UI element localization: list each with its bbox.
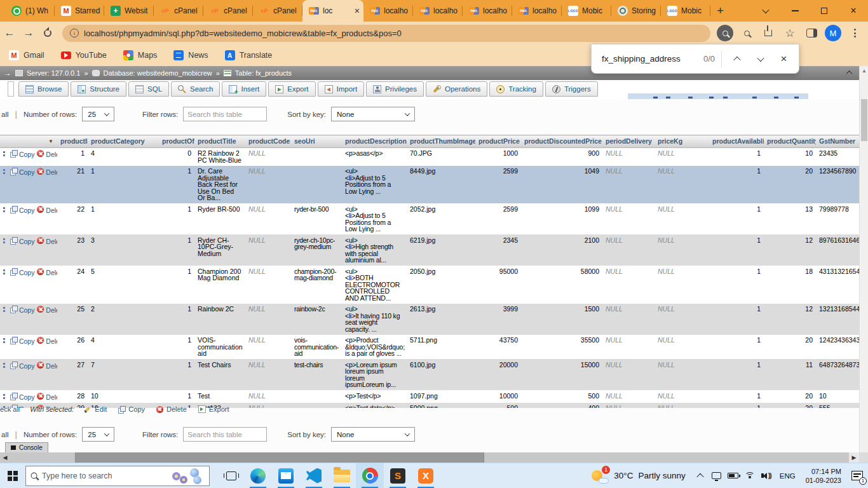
check-all-link[interactable]: heck all — [0, 405, 20, 413]
pma-tab-tracking[interactable]: Tracking — [489, 81, 543, 97]
pma-tab-browse[interactable]: Browse — [18, 81, 69, 97]
new-tab-button[interactable]: + — [717, 4, 724, 18]
browser-tab[interactable]: localho — [413, 0, 463, 22]
column-header-productOffer[interactable]: productOffer — [159, 135, 194, 148]
weather-widget[interactable]: 1 30°C Partly sunny — [585, 468, 691, 484]
show-all-label[interactable]: all — [1, 431, 9, 438]
delete-row-link[interactable]: Delete — [37, 237, 57, 245]
taskbar-search[interactable]: Type here to search — [25, 466, 210, 486]
column-header-productTitle[interactable]: productTitle — [194, 135, 245, 148]
breadcrumb-table[interactable]: Table: fx_products — [235, 69, 292, 77]
edit-link-fragment[interactable] — [3, 306, 8, 313]
edit-link-fragment[interactable] — [3, 362, 8, 369]
browser-menu-button[interactable] — [845, 24, 864, 43]
tray-volume-button[interactable]: )) — [758, 463, 775, 488]
side-panel-button[interactable] — [802, 24, 821, 43]
column-header-GstNumber[interactable]: GstNumber — [816, 135, 859, 148]
taskbar-app-explorer[interactable] — [328, 463, 356, 488]
profile-button[interactable]: M — [824, 24, 843, 43]
copy-row-link[interactable]: Copy — [10, 393, 34, 401]
close-button[interactable]: × — [839, 0, 868, 22]
bookmark-item[interactable]: News — [173, 50, 208, 60]
delete-row-link[interactable]: Delete — [37, 362, 57, 370]
vertical-scroll-thumb[interactable] — [861, 99, 867, 141]
browser-tab[interactable]: localho — [363, 0, 413, 22]
filter-input[interactable] — [183, 107, 267, 121]
export-selected-link[interactable]: Export — [198, 405, 229, 413]
zoom-button[interactable] — [737, 24, 756, 43]
column-header-productID[interactable]: productID — [57, 135, 88, 148]
breadcrumb-database[interactable]: Database: websitedemo_mobicrew — [104, 69, 212, 77]
sort-select[interactable]: None — [331, 107, 415, 121]
browser-tab[interactable]: Mobic — [661, 0, 710, 22]
browser-tab[interactable]: localho — [512, 0, 562, 22]
rows-select[interactable]: 25 — [82, 427, 114, 442]
copy-row-link[interactable]: Copy — [10, 337, 34, 345]
bookmark-item[interactable]: Gmail — [9, 50, 44, 60]
bookmark-star-button[interactable]: ☆ — [780, 24, 799, 43]
taskbar-app-chrome[interactable] — [356, 463, 384, 488]
browser-tab[interactable]: loc× — [302, 0, 363, 22]
delete-row-link[interactable]: Delete — [37, 268, 57, 276]
scrollbar-right-arrow[interactable]: ▶ — [849, 452, 859, 463]
browser-tab[interactable]: Storing — [611, 0, 661, 22]
copy-selected-link[interactable]: Copy — [118, 405, 145, 413]
pma-tab-search[interactable]: Search — [171, 81, 220, 97]
column-header-productQuantity[interactable]: productQuantity — [764, 135, 816, 148]
browser-tab[interactable]: cPanel — [203, 0, 253, 22]
copy-row-link[interactable]: Copy — [10, 362, 34, 370]
pma-tab-insert[interactable]: Insert — [222, 81, 266, 97]
column-header-priceKg[interactable]: priceKg — [654, 135, 709, 148]
column-header-productPrice[interactable]: productPrice — [475, 135, 521, 148]
edit-link-fragment[interactable] — [3, 238, 8, 244]
bookmark-item[interactable]: YouTube — [61, 51, 107, 60]
edit-link-fragment[interactable] — [3, 168, 8, 175]
minimize-button[interactable] — [780, 0, 810, 22]
delete-row-link[interactable]: Delete — [37, 393, 57, 401]
bookmark-item[interactable]: Translate — [225, 50, 273, 60]
copy-row-link[interactable]: Copy — [10, 206, 34, 214]
pma-tab-triggers[interactable]: Triggers — [545, 81, 598, 97]
edit-link-fragment[interactable] — [3, 393, 8, 400]
taskbar-clock[interactable]: 07:14 PM 01-09-2023 — [801, 467, 846, 485]
delete-row-link[interactable]: Delete — [37, 206, 57, 214]
find-previous-button[interactable] — [728, 50, 745, 68]
browser-tab[interactable]: cPanel — [253, 0, 302, 22]
pma-tab-sql[interactable]: SQL — [128, 81, 169, 97]
column-header-productDescription[interactable]: productDescription — [342, 135, 407, 148]
sort-caret-icon[interactable]: ▼ — [48, 139, 53, 146]
pma-tab-import[interactable]: Import — [318, 81, 365, 97]
taskbar-app-mail[interactable] — [272, 463, 300, 488]
taskbar-app-sublime[interactable]: S — [384, 463, 412, 488]
rows-select[interactable]: 25 — [82, 107, 114, 121]
copy-row-link[interactable]: Copy — [10, 150, 34, 158]
taskbar-app-xampp[interactable]: X — [412, 463, 440, 488]
column-header-productDiscountedPrice[interactable]: productDiscountedPrice — [521, 135, 602, 148]
breadcrumb-server[interactable]: Server: 127.0.0.1 — [27, 69, 80, 77]
tab-close-icon[interactable]: × — [355, 6, 360, 16]
tray-wifi-button[interactable] — [742, 463, 758, 488]
tray-battery-button[interactable] — [725, 463, 742, 488]
maximize-button[interactable] — [810, 0, 839, 22]
copy-row-link[interactable]: Copy — [10, 306, 34, 314]
edit-link-fragment[interactable] — [3, 269, 8, 275]
vertical-scrollbar[interactable]: ▲ — [859, 66, 868, 452]
sort-select[interactable]: None — [331, 427, 415, 442]
edit-link-fragment[interactable] — [3, 151, 8, 157]
scrollbar-up-arrow[interactable]: ▲ — [860, 68, 868, 74]
pma-tab-privileges[interactable]: Privileges — [366, 81, 424, 97]
browser-tab[interactable]: Mobic — [562, 0, 611, 22]
column-header-productAvailablity[interactable]: productAvailablity — [709, 135, 764, 148]
console-button[interactable]: Console — [5, 442, 48, 452]
tab-search-chevron[interactable] — [751, 0, 780, 22]
delete-row-link[interactable]: Delete — [37, 337, 57, 345]
action-center-button[interactable]: 1 — [846, 463, 868, 488]
delete-row-link[interactable]: Delete — [37, 150, 57, 158]
copy-row-link[interactable]: Copy — [10, 237, 34, 245]
column-header-productThumbImage[interactable]: productThumbImage — [407, 135, 475, 148]
horizontal-scroll-thumb[interactable] — [75, 452, 484, 463]
taskbar-app-edge[interactable] — [244, 463, 272, 488]
share-button[interactable] — [759, 24, 778, 43]
nav-panel-arrow-icon[interactable]: → — [4, 69, 11, 78]
show-all-label[interactable]: all — [1, 111, 9, 118]
